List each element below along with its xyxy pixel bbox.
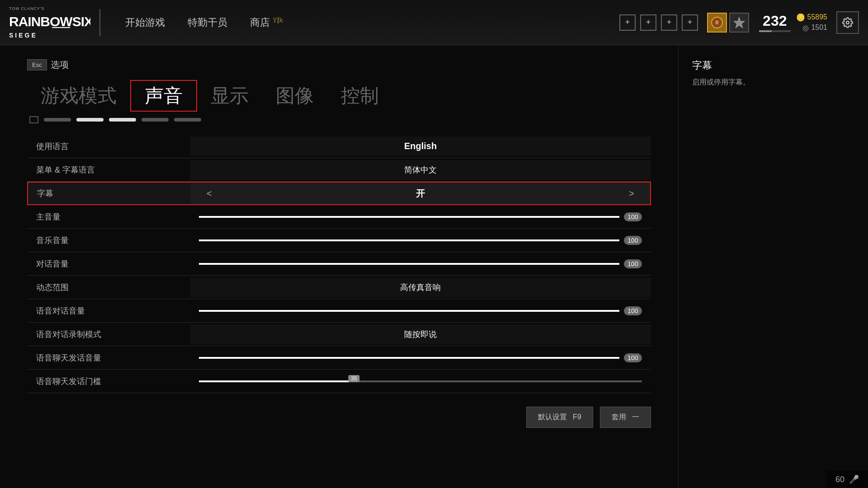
logo-area: TOM CLANCY'S RAINBOWSIX SIEGE [9, 6, 107, 38]
setting-label-chat-vol: 语音聊天发话音量 [27, 348, 190, 368]
tab-indicator-3 [109, 118, 136, 122]
slider-dialogue-vol[interactable]: 100 [190, 259, 651, 268]
slider-track-master [199, 216, 619, 218]
slider-35-track [199, 380, 642, 382]
slider-fill-music [199, 239, 619, 241]
toggle-right-arrow[interactable]: > [629, 188, 634, 199]
breadcrumb-esc[interactable]: Esc [27, 59, 47, 70]
toggle-control-subtitles: < 开 > [200, 188, 641, 200]
slider-35-badge: 35 [348, 375, 359, 382]
setting-value-voice-mode[interactable]: 随按即说 [190, 324, 651, 344]
setting-label-music-vol: 音乐音量 [27, 230, 190, 250]
setting-row-dynamic-range: 动态范围 高传真音响 [27, 276, 651, 299]
slider-fill-chat [199, 357, 619, 359]
currency-area: 🪙 55895 ◎ 1501 [796, 13, 828, 32]
setting-value-dynamic-range[interactable]: 高传真音响 [190, 277, 651, 297]
logo-divider [99, 9, 100, 36]
setting-value-subtitles[interactable]: < 开 > [191, 183, 650, 204]
nav-links: 开始游戏 特勤干员 商店 𝚈|𝚔 [125, 16, 619, 29]
right-panel: 字幕 启用或停用字幕。 [678, 45, 868, 488]
svg-marker-4 [734, 17, 745, 28]
setting-label-voice-mode: 语音对话录制模式 [27, 324, 190, 344]
tom-clancy-text: TOM CLANCY'S [9, 6, 45, 11]
slider-master-vol[interactable]: 100 [190, 212, 651, 221]
slider-value-master: 100 [624, 212, 642, 221]
tab-indicator-2 [76, 118, 104, 122]
setting-value-menu-lang[interactable]: 简体中文 [190, 160, 651, 180]
slider-music-vol[interactable]: 100 [190, 236, 651, 245]
tab-controls[interactable]: 控制 [327, 81, 392, 111]
tab-audio[interactable]: 声音 [130, 80, 197, 112]
toggle-value-subtitles: 开 [416, 188, 425, 200]
setting-value-language[interactable]: English [190, 136, 651, 156]
setting-row-voice-vol: 语音对话音量 100 [27, 299, 651, 323]
tab-indicator-1 [44, 118, 71, 122]
slider-chat-vol[interactable]: 100 [190, 353, 651, 362]
currency-premium: 🪙 55895 [796, 13, 828, 22]
add-btn-4[interactable]: + [682, 14, 698, 31]
tab-indicator-icon [29, 116, 38, 123]
slider-voice-vol[interactable]: 100 [190, 306, 651, 315]
setting-row-music-vol: 音乐音量 100 [27, 229, 651, 252]
slider-value-voice: 100 [624, 306, 642, 315]
add-btn-2[interactable]: + [640, 14, 656, 31]
tab-display[interactable]: 显示 [197, 81, 262, 111]
settings-panel: Esc 选项 游戏模式 声音 显示 图像 控制 使用语言 English [0, 45, 678, 488]
nav-shop[interactable]: 商店 𝚈|𝚔 [250, 16, 283, 29]
slider-chat-threshold[interactable]: 35 [190, 380, 651, 382]
level-progress-bar [759, 30, 791, 32]
player-badge-2 [729, 13, 749, 33]
default-settings-button[interactable]: 默认设置 F9 [526, 407, 593, 428]
svg-point-5 [846, 21, 849, 24]
slider-fill-master [199, 216, 619, 218]
settings-button[interactable] [836, 11, 859, 34]
setting-row-chat-vol: 语音聊天发话音量 100 [27, 346, 651, 370]
tab-graphics[interactable]: 图像 [262, 81, 327, 111]
fps-counter: 60 [835, 475, 844, 484]
slider-track-chat [199, 357, 619, 359]
slider-value-dialogue: 100 [624, 259, 642, 268]
currency-standard-value: 1501 [811, 23, 827, 32]
bottom-buttons: 默认设置 F9 套用 一 [27, 407, 651, 428]
siege-text: SIEGE [9, 32, 38, 38]
breadcrumb: Esc 选项 [27, 59, 651, 71]
slider-track-voice [199, 310, 619, 312]
setting-row-chat-threshold: 语音聊天发话门槛 35 [27, 370, 651, 393]
main-content: Esc 选项 游戏模式 声音 显示 图像 控制 使用语言 English [0, 45, 868, 488]
currency-standard-icon: ◎ [802, 23, 809, 32]
game-logo: TOM CLANCY'S RAINBOWSIX SIEGE [9, 6, 90, 38]
slider-value-chat: 100 [624, 353, 642, 362]
player-badge-1: R [707, 13, 727, 33]
slider-35-fill [199, 380, 354, 382]
add-btn-1[interactable]: + [619, 14, 636, 31]
toggle-left-arrow[interactable]: < [207, 188, 212, 199]
setting-row-subtitles: 字幕 < 开 > [27, 182, 651, 205]
setting-label-master-vol: 主音量 [27, 207, 190, 227]
rainbow-six-text: RAINBOWSIX [9, 12, 90, 32]
tab-gameplay[interactable]: 游戏模式 [27, 81, 130, 111]
setting-label-language: 使用语言 [27, 136, 190, 156]
microphone-icon: 🎤 [849, 474, 859, 484]
apply-button[interactable]: 套用 一 [600, 407, 651, 428]
player-level: 232 [763, 13, 787, 29]
nav-operators[interactable]: 特勤干员 [188, 16, 227, 29]
breadcrumb-label: 选项 [51, 59, 69, 71]
setting-label-dialogue-vol: 对话音量 [27, 254, 190, 274]
player-level-col: 232 [758, 13, 791, 32]
setting-label-dynamic-range: 动态范围 [27, 277, 190, 297]
currency-premium-value: 55895 [807, 13, 828, 21]
nav-start-game[interactable]: 开始游戏 [125, 16, 165, 29]
slider-track-dialogue [199, 263, 619, 265]
player-badges: R [707, 13, 749, 33]
setting-row-dialogue-vol: 对话音量 100 [27, 252, 651, 276]
setting-label-menu-lang: 菜单 & 字幕语言 [27, 160, 190, 180]
add-btn-3[interactable]: + [661, 14, 677, 31]
settings-list: 使用语言 English 菜单 & 字幕语言 简体中文 字幕 < 开 > [27, 135, 651, 393]
help-title: 字幕 [692, 59, 854, 72]
setting-label-voice-vol: 语音对话音量 [27, 301, 190, 321]
topbar-right: + + + + R 232 🪙 [619, 11, 859, 34]
slider-35-container: 35 [199, 380, 642, 382]
slider-value-music: 100 [624, 236, 642, 245]
tab-indicator-5 [174, 118, 201, 122]
setting-row-master-vol: 主音量 100 [27, 205, 651, 229]
